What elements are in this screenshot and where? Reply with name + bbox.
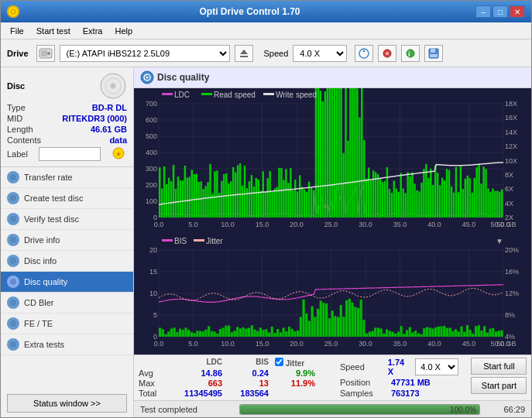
action-buttons: Start full Start part (471, 358, 527, 394)
menu-start-test[interactable]: Start test (30, 25, 77, 37)
fe-te-icon (7, 317, 19, 330)
speed-row: Speed 1.74 X 4.0 X (340, 358, 458, 376)
svg-point-25 (10, 258, 16, 264)
bis-total: 183564 (222, 389, 269, 398)
start-part-button[interactable]: Start part (471, 377, 527, 394)
svg-rect-14 (430, 54, 438, 57)
app-icon (7, 5, 19, 18)
ldc-total: 11345495 (168, 389, 222, 398)
nav-disc-quality[interactable]: Disc quality (1, 272, 133, 293)
svg-rect-6 (240, 56, 248, 57)
avg-label: Avg (139, 368, 168, 378)
svg-text:★: ★ (115, 150, 122, 158)
type-value: BD-R DL (92, 103, 127, 112)
max-label: Max (139, 379, 168, 388)
time-label: 66:29 (486, 405, 525, 414)
jitter-avg: 9.9% (269, 368, 315, 378)
samples-value: 763173 (391, 389, 420, 398)
nav-create-test-disc[interactable]: Create test disc (1, 188, 133, 209)
save-button[interactable] (424, 45, 443, 62)
svg-rect-13 (431, 49, 435, 53)
nav-verify-test-disc[interactable]: Verify test disc (1, 209, 133, 230)
disc-image-icon (99, 72, 127, 100)
refresh-button[interactable] (355, 45, 373, 62)
svg-point-22 (10, 195, 16, 201)
menu-help[interactable]: Help (108, 25, 139, 37)
contents-value: data (109, 135, 127, 145)
disc-quality-header-icon (140, 70, 154, 84)
mid-value: RITEKDR3 (000) (62, 114, 127, 123)
status-bar: Test completed 100.0% 66:29 (134, 400, 531, 417)
minimize-button[interactable]: – (475, 5, 491, 18)
total-label: Total (139, 389, 168, 398)
start-full-button[interactable]: Start full (471, 358, 527, 375)
maximize-button[interactable]: □ (493, 5, 508, 18)
bis-header: BIS (222, 358, 269, 368)
menu-extra[interactable]: Extra (77, 25, 109, 37)
ldc-avg: 14.86 (168, 368, 222, 378)
info-button[interactable]: i (401, 45, 420, 62)
config-button[interactable] (378, 45, 396, 62)
position-value: 47731 MB (391, 378, 431, 387)
stats-headers: LDC BIS Jitter (139, 358, 315, 368)
nav-items: Transfer rate Create test disc Verify te… (1, 167, 133, 389)
length-label: Length (7, 125, 33, 134)
disc-info-panel: Disc Type BD-R DL MID RITEKDR3 (000) (1, 67, 133, 167)
extra-tests-icon (7, 338, 19, 351)
samples-label: Samples (340, 389, 386, 398)
close-button[interactable]: ✕ (510, 5, 525, 18)
nav-fe-te[interactable]: FE / TE (1, 314, 133, 334)
length-value: 46.61 GB (91, 125, 127, 134)
cd-bler-icon (7, 296, 19, 309)
main-area: Disc Type BD-R DL MID RITEKDR3 (000) (1, 67, 531, 417)
drive-icon (36, 45, 55, 62)
speed-label: Speed (264, 49, 289, 58)
menu-file[interactable]: File (4, 25, 30, 37)
samples-row: Samples 763173 (340, 389, 458, 398)
nav-transfer-rate[interactable]: Transfer rate (1, 167, 133, 188)
create-test-disc-icon (7, 192, 19, 204)
progress-label: 100.0% (450, 405, 476, 416)
drive-info-icon (7, 234, 19, 246)
speed-stat-value: 1.74 X (388, 358, 411, 376)
nav-extra-tests[interactable]: Extra tests (1, 334, 133, 355)
label-icon[interactable]: ★ (112, 146, 127, 162)
svg-rect-3 (41, 50, 47, 57)
speed-select[interactable]: 4.0 X (293, 45, 347, 62)
disc-quality-title: Disc quality (157, 72, 209, 83)
window-title: Opti Drive Control 1.70 (24, 6, 475, 17)
nav-drive-info[interactable]: Drive info (1, 230, 133, 251)
drive-label: Drive (7, 49, 29, 58)
ldc-header: LDC (168, 358, 222, 368)
disc-quality-icon (7, 276, 19, 288)
jitter-max: 11.9% (269, 379, 315, 388)
avg-row: Avg 14.86 0.24 9.9% (139, 368, 315, 378)
ldc-max: 663 (168, 379, 222, 388)
label-input[interactable] (39, 147, 101, 161)
nav-cd-bler[interactable]: CD Bler (1, 293, 133, 314)
disc-quality-header: Disc quality (134, 67, 531, 88)
svg-point-18 (112, 85, 115, 87)
jitter-checkbox[interactable] (275, 358, 283, 366)
position-label: Position (340, 378, 386, 387)
svg-point-29 (10, 341, 16, 348)
nav-disc-info[interactable]: Disc info (1, 251, 133, 272)
svg-point-4 (47, 52, 50, 55)
eject-button[interactable] (235, 45, 253, 62)
right-stats: Speed 1.74 X 4.0 X Position 47731 MB Sam… (340, 358, 458, 398)
status-window-button[interactable]: Status window >> (7, 394, 127, 413)
speed-stat-label: Speed (340, 362, 383, 372)
drive-select[interactable]: (E:) ATAPI iHBS212 2.5L09 (60, 45, 230, 62)
type-label: Type (7, 103, 26, 112)
svg-point-9 (386, 52, 389, 55)
stats-bar: LDC BIS Jitter Avg 14.86 0.24 9.9% (134, 355, 531, 400)
jitter-check-area: Jitter (275, 358, 314, 368)
disc-info-icon (7, 255, 19, 267)
status-text: Test completed (140, 405, 233, 414)
speed-stat-select[interactable]: 4.0 X (415, 358, 458, 375)
position-row: Position 47731 MB (340, 378, 458, 387)
svg-text:i: i (408, 50, 410, 58)
bis-chart (134, 235, 531, 354)
svg-point-27 (10, 300, 16, 306)
total-row: Total 11345495 183564 (139, 389, 315, 398)
